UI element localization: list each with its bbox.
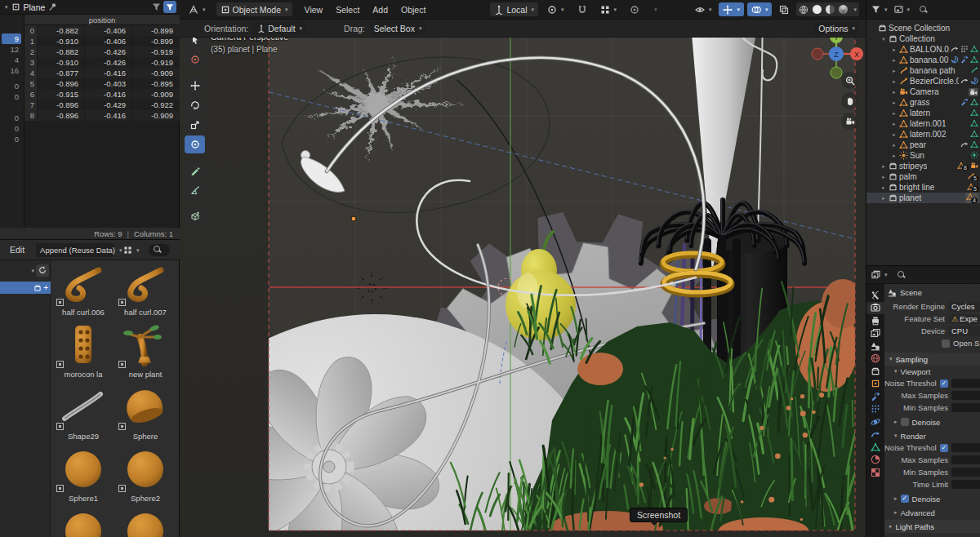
domain-count[interactable]: 16 xyxy=(2,65,21,76)
zoom-button[interactable] xyxy=(841,72,858,89)
table-row[interactable]: 2-0.882-0.426-0.919 xyxy=(24,47,180,57)
properties-tab-collection[interactable] xyxy=(866,365,884,378)
properties-editor-type-button[interactable]: ▾ xyxy=(870,268,889,282)
outliner-item-stripeys[interactable]: ▸stripeys8 xyxy=(866,161,980,171)
spreadsheet-column-header[interactable]: position xyxy=(24,15,180,25)
min-samples-field[interactable] xyxy=(951,403,980,412)
orientation-select[interactable]: Default▾ xyxy=(253,21,306,35)
properties-tab-world[interactable] xyxy=(866,353,884,366)
noise-threshold-checkbox[interactable]: ✓ xyxy=(940,379,948,388)
xray-toggle[interactable] xyxy=(775,2,793,16)
outliner-item-beziercircle-001[interactable]: ▸BezierCircle.001 xyxy=(866,76,980,87)
sidebar-selected-item[interactable]: + xyxy=(0,282,51,294)
properties-tab-tool[interactable] xyxy=(866,289,884,302)
denoise-viewport-row[interactable]: ▸Denoise xyxy=(884,416,980,428)
pivot-point-button[interactable]: ▾ xyxy=(543,2,568,16)
filter-toggle-button[interactable] xyxy=(163,1,176,13)
tool-add-cube[interactable] xyxy=(185,207,205,225)
outliner-item-banana-path[interactable]: ▸banana path xyxy=(866,65,980,76)
asset-item[interactable]: Shape29 xyxy=(52,384,114,446)
asset-item[interactable]: Sphere xyxy=(114,384,176,446)
properties-tab-modifiers[interactable] xyxy=(866,390,884,403)
outliner-item-camera[interactable]: ▸Camera xyxy=(866,87,980,97)
table-row[interactable]: 8-0.896-0.416-0.909 xyxy=(24,110,180,121)
properties-tab-material[interactable] xyxy=(866,454,884,467)
viewport-subpanel-header[interactable]: ▾Viewport xyxy=(884,366,980,377)
table-row[interactable]: 6-0.915-0.416-0.909 xyxy=(24,89,180,100)
menu-add[interactable]: Add xyxy=(367,3,394,16)
spreadsheet-domain-sidebar[interactable]: 91241600000 xyxy=(0,15,24,228)
sampling-panel-header[interactable]: ▾Sampling xyxy=(884,353,980,366)
light-paths-panel-header[interactable]: ▸Light Paths xyxy=(884,520,980,533)
outliner-item-collection[interactable]: ▾Collection xyxy=(866,33,980,44)
denoise-render-checkbox[interactable]: ✓ xyxy=(901,495,909,503)
open-shading-checkbox[interactable] xyxy=(942,340,950,348)
outliner-item-banana-001[interactable]: ▸banana.001 xyxy=(866,55,980,65)
chevron-down-icon[interactable]: ▾ xyxy=(5,4,8,10)
outliner-display-mode-button[interactable]: ▾ xyxy=(893,2,912,16)
tool-cursor[interactable] xyxy=(185,51,205,69)
outliner-item-ballon-002[interactable]: ▸BALLON.002 xyxy=(866,44,980,55)
tool-rotate[interactable] xyxy=(185,96,205,114)
max-samples-field[interactable] xyxy=(951,455,980,464)
snap-toggle[interactable] xyxy=(573,2,591,16)
properties-tab-particles[interactable] xyxy=(866,403,884,416)
domain-count[interactable]: 0 xyxy=(2,123,21,134)
asset-item[interactable]: Sphere2 xyxy=(114,446,176,508)
outliner-item-latern-001[interactable]: ▸latern.001 xyxy=(866,118,980,129)
pin-icon[interactable] xyxy=(48,2,57,11)
outliner-search-input[interactable] xyxy=(915,3,977,16)
table-row[interactable]: 5-0.896-0.403-0.895 xyxy=(24,78,180,89)
tool-transform[interactable] xyxy=(185,135,205,153)
outliner-item-latern-002[interactable]: ▸latern.002 xyxy=(866,129,980,140)
properties-tab-render[interactable] xyxy=(866,302,884,315)
min-samples-field[interactable] xyxy=(951,468,980,477)
append-mode-select[interactable]: Append (Reuse Data)▾ xyxy=(36,243,114,257)
noise-threshold-field[interactable] xyxy=(951,379,980,388)
display-mode-button[interactable]: ▾ xyxy=(119,243,144,257)
outliner-item-scene-collection[interactable]: Scene Collection xyxy=(866,23,980,33)
asset-item[interactable]: morocon la xyxy=(52,322,114,384)
sidebar-dropdown[interactable]: ▾ xyxy=(31,268,34,273)
filter-icon[interactable] xyxy=(152,2,161,11)
shading-solid-button[interactable] xyxy=(813,5,822,14)
table-row[interactable]: 7-0.896-0.429-0.922 xyxy=(24,100,180,110)
noise-threshold-checkbox[interactable]: ✓ xyxy=(940,444,948,452)
properties-tab-output[interactable] xyxy=(866,314,884,327)
domain-count[interactable]: 0 xyxy=(2,91,21,102)
table-row[interactable]: 3-0.910-0.426-0.919 xyxy=(24,57,180,68)
domain-count[interactable]: 0 xyxy=(2,134,21,144)
editor-type-button[interactable]: ▾ xyxy=(185,2,210,16)
proportional-falloff-button[interactable]: ▾ xyxy=(648,2,662,16)
outliner-item-bright-line[interactable]: ▸bright line5 xyxy=(866,182,980,193)
object-visibility-button[interactable]: ▾ xyxy=(691,2,716,16)
properties-tab-data[interactable] xyxy=(866,441,884,454)
properties-tab-scene[interactable] xyxy=(866,340,884,353)
domain-count[interactable]: 0 xyxy=(2,81,21,91)
shading-dropdown[interactable]: ▾ xyxy=(853,7,857,12)
transform-orientation-select[interactable]: Local▾ xyxy=(490,2,538,16)
render-engine-select[interactable]: Cycles xyxy=(948,302,980,312)
max-samples-field[interactable] xyxy=(951,391,980,400)
shading-wireframe-button[interactable] xyxy=(799,5,808,15)
asset-item[interactable]: half curl.006 xyxy=(52,260,114,322)
refresh-button[interactable] xyxy=(36,264,49,277)
properties-tab-constraints[interactable] xyxy=(866,428,884,442)
edit-menu[interactable]: Edit xyxy=(3,245,31,255)
properties-tab-object[interactable] xyxy=(866,378,884,391)
gizmos-toggle[interactable]: ▾ xyxy=(719,2,744,16)
properties-tab-view-layer[interactable] xyxy=(866,327,884,340)
outliner-item-sun[interactable]: ▸Sun xyxy=(866,150,980,161)
device-select[interactable]: CPU xyxy=(948,326,980,336)
tool-move[interactable] xyxy=(185,77,205,95)
table-row[interactable]: 4-0.877-0.416-0.909 xyxy=(24,68,180,78)
menu-view[interactable]: View xyxy=(299,3,329,16)
render-subpanel-header[interactable]: ▾Render xyxy=(884,430,980,442)
asset-item[interactable] xyxy=(52,508,114,537)
pan-button[interactable] xyxy=(841,92,858,109)
outliner-item-latern[interactable]: ▸latern xyxy=(866,108,980,118)
tool-measure[interactable] xyxy=(185,181,205,199)
outliner-item-palm[interactable]: ▸palm5 xyxy=(866,171,980,182)
time-limit-field[interactable] xyxy=(951,480,980,489)
denoise-viewport-checkbox[interactable] xyxy=(901,418,909,426)
